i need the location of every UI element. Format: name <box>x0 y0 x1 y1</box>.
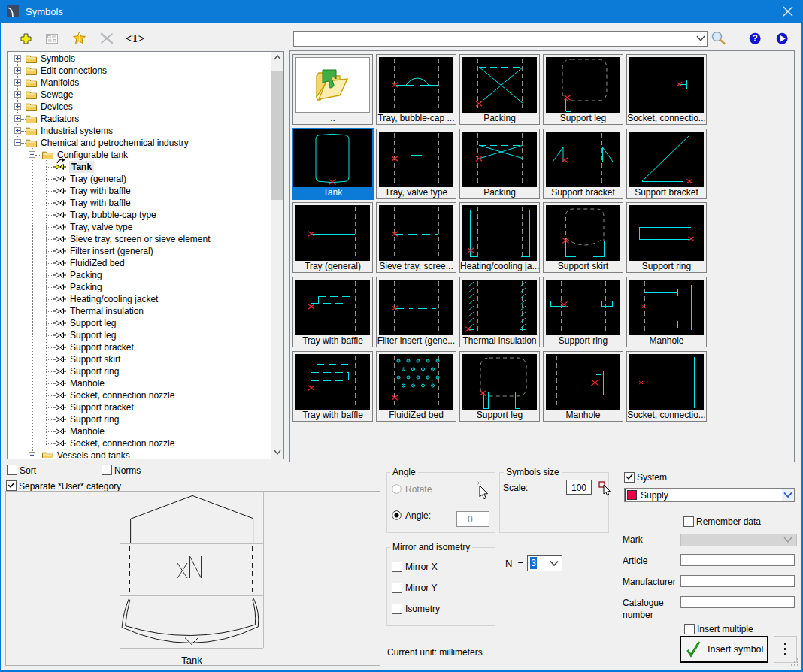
svg-text:?: ? <box>753 33 758 44</box>
